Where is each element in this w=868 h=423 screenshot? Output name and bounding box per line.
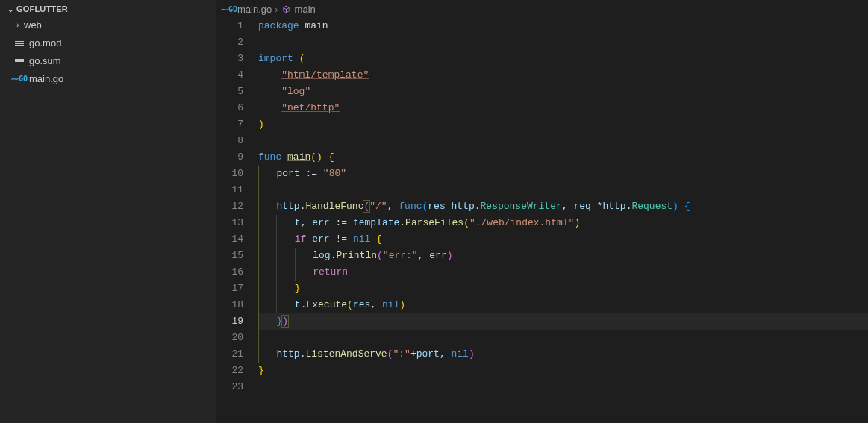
breadcrumb-file: main.go	[237, 4, 272, 15]
explorer-root[interactable]: ⌄ GOFLUTTER	[0, 3, 216, 15]
root-folder-name: GOFLUTTER	[16, 4, 68, 13]
file-icon	[13, 37, 25, 49]
code-content[interactable]: package mainimport ( "html/template" "lo…	[258, 18, 868, 423]
tree-item-label: main.go	[29, 72, 63, 87]
tree-file-maingo[interactable]: ⁓GO main.go	[0, 70, 216, 88]
file-tree: › web go.mod go.sum ⁓GO main.go	[0, 15, 216, 88]
chevron-right-icon: ›	[13, 18, 22, 33]
chevron-down-icon: ⌄	[6, 5, 15, 13]
breadcrumb[interactable]: ⁓GO main.go › main	[216, 0, 868, 18]
file-icon	[13, 55, 25, 67]
tree-item-label: go.mod	[29, 36, 61, 51]
symbol-icon	[281, 4, 292, 14]
go-file-icon: ⁓GO	[224, 4, 234, 14]
tree-file-gomod[interactable]: go.mod	[0, 34, 216, 52]
line-number-gutter: 1234567891011121314151617181920212223	[216, 18, 258, 423]
tree-file-gosum[interactable]: go.sum	[0, 52, 216, 70]
chevron-right-icon: ›	[275, 4, 278, 15]
editor-area: ⁓GO main.go › main 123456789101112131415…	[216, 0, 868, 423]
tree-item-label: go.sum	[29, 54, 61, 69]
breadcrumb-symbol: main	[295, 4, 316, 15]
tree-item-label: web	[24, 18, 42, 33]
go-file-icon: ⁓GO	[13, 73, 25, 85]
tree-folder-web[interactable]: › web	[0, 16, 216, 34]
file-explorer: ⌄ GOFLUTTER › web go.mod go.sum ⁓GO main…	[0, 0, 216, 423]
code-editor[interactable]: 1234567891011121314151617181920212223 pa…	[216, 18, 868, 423]
